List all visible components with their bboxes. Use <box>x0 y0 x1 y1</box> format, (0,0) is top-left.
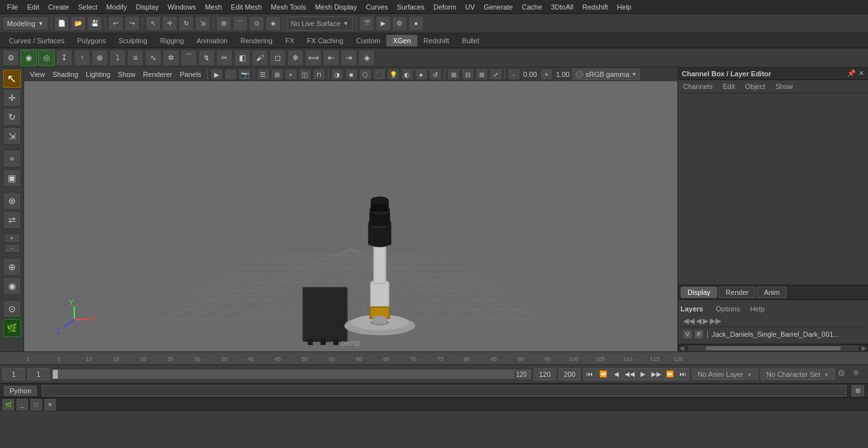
tab-rigging[interactable]: Rigging <box>154 35 190 46</box>
mini-win-min-btn[interactable]: _ <box>17 399 28 411</box>
layer-scroll-right[interactable]: ▶▶ <box>710 316 721 325</box>
snap-grid-btn[interactable]: ⊞ <box>216 16 231 31</box>
render-btn[interactable]: 🎬 <box>359 16 374 31</box>
texture-icon[interactable]: ■ <box>345 69 358 80</box>
channels-nav[interactable]: Channels <box>681 81 715 92</box>
xgen-settings-icon[interactable]: ⚙ <box>3 50 19 66</box>
cam-img-icon[interactable]: 🎥 <box>224 69 237 80</box>
scrollbar-track[interactable] <box>688 346 858 351</box>
menu-mesh[interactable]: Mesh <box>200 2 226 12</box>
menu-3dto[interactable]: 3DtoAll <box>546 2 578 12</box>
snap-magnet-btn[interactable]: ⊛ <box>3 192 21 210</box>
save-scene-btn[interactable]: 💾 <box>87 16 102 31</box>
panels-menu[interactable]: Panels <box>177 69 205 79</box>
scale-tool-btn[interactable]: ⇲ <box>195 16 210 31</box>
rotate-tool-btn[interactable]: ↻ <box>179 16 194 31</box>
anim-range-slider[interactable]: 120 <box>52 369 531 379</box>
snap-point-btn[interactable]: ⊙ <box>249 16 264 31</box>
layers-help[interactable]: Help <box>747 304 767 314</box>
tab-polygons[interactable]: Polygons <box>71 35 112 46</box>
menu-redshift[interactable]: Redshift <box>578 2 612 12</box>
xgen-comb-icon[interactable]: ≡ <box>127 50 144 66</box>
scrollbar-thumb[interactable] <box>706 346 841 350</box>
xray-btn[interactable]: ⊙ <box>3 300 21 318</box>
undo-btn[interactable]: ↩ <box>108 16 123 31</box>
layer-scroll-next[interactable]: ▶ <box>703 316 709 325</box>
colorspace-btn[interactable]: sRGB gamma ▼ <box>573 69 640 80</box>
edit-nav[interactable]: Edit <box>720 81 737 92</box>
shading-menu[interactable]: Shading <box>50 69 81 79</box>
tab-fx[interactable]: FX <box>279 35 301 46</box>
tab-custom[interactable]: Custom <box>350 35 387 46</box>
move-tool-left[interactable]: ✛ <box>3 89 21 107</box>
open-scene-btn[interactable]: 📂 <box>71 16 86 31</box>
next-key-btn[interactable]: ⏩ <box>663 368 676 381</box>
tab-animation[interactable]: Animation <box>190 35 234 46</box>
view-menu[interactable]: View <box>27 69 48 79</box>
ao-icon[interactable]: ● <box>415 69 428 80</box>
menu-edit[interactable]: Edit <box>23 2 44 12</box>
grid-icon[interactable]: ⊞ <box>475 69 488 80</box>
anim-settings-btn[interactable]: ⚙ <box>837 368 850 381</box>
xgen-length-icon[interactable]: ⤵ <box>109 50 126 66</box>
redshift-render-btn[interactable]: ● <box>409 16 424 31</box>
xgen-extra1-icon[interactable]: ◈ <box>358 50 375 66</box>
script-run-btn[interactable]: ⊞ <box>851 385 864 397</box>
rotate-tool-left[interactable]: ↻ <box>3 108 21 126</box>
layer-item[interactable]: V P Jack_Daniels_Single_Barrel_Dark_001.… <box>681 329 865 340</box>
goto-end-btn[interactable]: ⏭ <box>677 368 689 381</box>
no-anim-layer-dropdown[interactable]: No Anim Layer ▼ <box>692 369 758 380</box>
cam-attr-icon[interactable]: ⊞ <box>271 69 283 80</box>
resolution-icon[interactable]: ◫ <box>299 69 311 80</box>
xgen-mask-icon[interactable]: ◻ <box>269 50 286 66</box>
mini-win-close-btn[interactable]: ✕ <box>44 399 56 411</box>
render-tab[interactable]: Render <box>719 287 756 298</box>
python-tab[interactable]: Python <box>4 386 37 396</box>
no-char-set-dropdown[interactable]: No Character Set ▼ <box>761 369 835 380</box>
scale-tool-left[interactable]: ⇲ <box>3 127 21 145</box>
xray-icon[interactable]: ◑ <box>331 69 344 80</box>
menu-select[interactable]: Select <box>74 2 102 12</box>
xgen-import-icon[interactable]: ⇤ <box>323 50 339 66</box>
menu-curves[interactable]: Curves <box>362 2 393 12</box>
object-nav[interactable]: Object <box>742 81 768 92</box>
xgen-cut-icon[interactable]: ✂ <box>216 50 233 66</box>
scroll-left-btn[interactable]: ◀ <box>678 344 686 351</box>
menu-mesh-display[interactable]: Mesh Display <box>311 2 362 12</box>
new-scene-btn[interactable]: 📄 <box>54 16 69 31</box>
live-surface-dropdown[interactable]: No Live Surface ▼ <box>287 17 353 31</box>
xgen-collection-icon[interactable]: ◉ <box>20 50 37 66</box>
menu-modify[interactable]: Modify <box>102 2 131 12</box>
hud-icon[interactable]: ⊟ <box>461 69 474 80</box>
gate-icon[interactable]: ▪ <box>285 69 297 80</box>
tab-sculpting[interactable]: Sculpting <box>112 35 154 46</box>
current-frame-input[interactable] <box>3 368 25 381</box>
xgen-clump-icon[interactable]: ✲ <box>163 50 179 66</box>
snap-curve-btn[interactable]: ⌒ <box>233 16 248 31</box>
layer-visible-btn[interactable]: V <box>683 330 692 339</box>
scroll-right-btn[interactable]: ▶ <box>860 344 868 351</box>
menu-surfaces[interactable]: Surfaces <box>393 2 429 12</box>
xgen-grow-icon[interactable]: ↑ <box>74 50 90 66</box>
anim-extra-btn[interactable]: ⊕ <box>853 368 865 381</box>
tab-fx-caching[interactable]: FX Caching <box>301 35 349 46</box>
tab-rendering[interactable]: Rendering <box>234 35 279 46</box>
anim-current-marker[interactable] <box>53 370 58 379</box>
xgen-twist-icon[interactable]: ↯ <box>198 50 215 66</box>
layer-playback-btn[interactable]: P <box>695 330 703 339</box>
menu-uv[interactable]: UV <box>461 2 479 12</box>
shade-icon[interactable]: ⚫ <box>373 69 386 80</box>
show-menu[interactable]: Show <box>115 69 139 79</box>
play-fwd-btn[interactable]: ▶ <box>637 368 649 381</box>
isolate-icon[interactable]: ⊓ <box>313 69 325 80</box>
cam-extra-icon[interactable]: 📷 <box>238 69 251 80</box>
menu-cache[interactable]: Cache <box>517 2 546 12</box>
menu-mesh-tools[interactable]: Mesh Tools <box>266 2 310 12</box>
step-back-btn[interactable]: ◀ <box>610 368 623 381</box>
wireframe-icon[interactable]: ⬡ <box>359 69 372 80</box>
layer-left-btn[interactable]: ⊕ <box>3 258 21 276</box>
light-icon[interactable]: 💡 <box>387 69 400 80</box>
marquee-sel-btn[interactable]: ▣ <box>3 169 21 187</box>
mode-dropdown[interactable]: Modeling ▼ <box>3 17 48 31</box>
xgen-freeze-icon[interactable]: ❄ <box>287 50 304 66</box>
